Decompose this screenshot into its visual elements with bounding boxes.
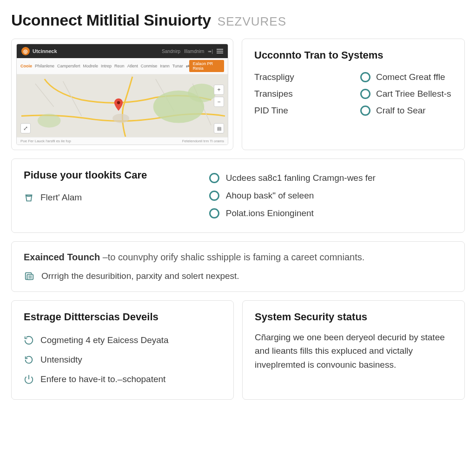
systems-card: Ucconnto Tran to Systems Tracspligy Tran… <box>242 39 465 150</box>
svg-point-4 <box>112 114 129 123</box>
map-sub-item-7[interactable]: Irann <box>160 64 170 68</box>
map-sub-item-6[interactable]: Conmise <box>141 64 158 68</box>
svg-point-5 <box>117 101 120 105</box>
history-icon <box>24 355 34 365</box>
toolkits-option-0[interactable]: Ucdees sa8c1 fanling Cramgn-wes fer <box>209 169 452 187</box>
map-zoom-in-icon[interactable]: + <box>214 85 224 95</box>
systems-option-1[interactable]: Cart Triee Bellest-s <box>360 86 452 102</box>
svg-point-3 <box>38 114 61 128</box>
radio-icon <box>209 208 219 218</box>
map-card: ◎ Utcinneck Sandnirp Illamdnirn ➠| Cooie… <box>11 39 233 150</box>
status-title: System Security status <box>255 311 452 323</box>
power-icon <box>24 374 34 384</box>
exained-card: Exainced Tounch –to counvphy orify shali… <box>11 241 465 292</box>
systems-option-2-label: Cralf to Sear <box>376 106 426 116</box>
toolkits-option-1[interactable]: Ahoup bask" of seleen <box>209 187 452 205</box>
map-expand-icon[interactable]: ⤢ <box>20 123 31 133</box>
map-sub-accent[interactable]: Cooie <box>20 64 32 68</box>
map-sub-button[interactable]: Ealaon PR Resia <box>189 60 224 72</box>
document-icon <box>24 271 35 281</box>
map-sub-item-5[interactable]: Atlent <box>127 64 138 68</box>
map-sub-item-0[interactable]: Philanlene <box>35 64 54 68</box>
details-item-1[interactable]: Untensidty <box>24 350 221 370</box>
toolkits-left-label: Flert' Alam <box>40 192 82 203</box>
exained-rest: –to counvphy orify shalic sshipple is fa… <box>103 252 365 262</box>
radio-icon <box>360 89 370 99</box>
exained-sub-text: Orrrigh the desuribition, parxity and so… <box>41 271 239 281</box>
map-sub-item-1[interactable]: Campersfert <box>57 64 80 68</box>
details-item-0[interactable]: Cogmeting 4 ety Eaicess Deyata <box>24 331 221 350</box>
systems-label-2: PID Tine <box>254 102 346 119</box>
details-item-2[interactable]: Enfere to have-it to.–schopatent <box>24 370 221 389</box>
page-header: Uconnect Mitlitial Sinuiorty SEZVURES <box>11 11 465 29</box>
toolkits-option-1-label: Ahoup bask" of seleen <box>226 191 314 201</box>
refresh-icon <box>24 335 34 345</box>
map-layers-icon[interactable]: ▤ <box>214 123 224 133</box>
exained-lead: Exainced Tounch –to counvphy orify shali… <box>24 252 452 263</box>
map-sub-item-4[interactable]: Reon <box>114 64 125 68</box>
details-title: Estrage Dittterscias Deveils <box>24 311 221 323</box>
svg-point-2 <box>188 84 216 102</box>
map-header-link-1[interactable]: Illamdnirn <box>184 49 204 54</box>
bucket-icon <box>24 192 34 203</box>
radio-icon <box>209 173 219 183</box>
map-sub-item-2[interactable]: Modrele <box>83 64 99 68</box>
map-footer-right: Fetelendonll trm Ti orams <box>182 139 224 143</box>
map-header: ◎ Utcinneck Sandnirp Illamdnirn ➠| <box>17 44 228 58</box>
toolkits-option-2-label: Polat.ions Enionginent <box>226 208 314 218</box>
page-title: Uconnect Mitlitial Sinuiorty <box>11 11 211 29</box>
status-card: System Security status Cñarging we one b… <box>242 300 465 400</box>
map-sub-toggle-icon[interactable]: ⇄ <box>186 64 189 68</box>
map-logo-icon: ◎ <box>21 47 30 55</box>
map-subheader: Cooie Philanlene Campersfert Modrele Int… <box>17 58 228 74</box>
details-card: Estrage Dittterscias Deveils Cogmeting 4… <box>11 300 234 400</box>
systems-option-2[interactable]: Cralf to Sear <box>360 102 452 119</box>
map-header-divider: ➠| <box>208 49 213 54</box>
details-item-1-label: Untensidty <box>40 355 82 365</box>
radio-icon <box>360 72 370 82</box>
radio-icon <box>209 191 219 201</box>
map-sub-item-8[interactable]: Tunar <box>172 64 183 68</box>
svg-rect-7 <box>27 274 33 279</box>
toolkits-option-0-label: Ucdees sa8c1 fanling Cramgn-wes fer <box>226 173 376 183</box>
exained-sub-row: Orrrigh the desuribition, parxity and so… <box>24 271 452 281</box>
map-sub-item-3[interactable]: Intrep <box>101 64 112 68</box>
map-header-link-0[interactable]: Sandnirp <box>162 49 180 54</box>
status-body-text: Cñarging we one been deryeol decurid by … <box>255 332 445 370</box>
toolkits-title: Piduse your tlookits Care <box>24 169 195 181</box>
radio-icon <box>360 106 370 116</box>
systems-label-1: Transipes <box>254 86 346 102</box>
toolkits-option-2[interactable]: Polat.ions Enionginent <box>209 205 452 222</box>
map-canvas[interactable]: ⤢ + − ▤ <box>17 74 228 137</box>
toolkits-card: Piduse your tlookits Care Flert' Alam Uc… <box>11 159 465 233</box>
status-body: Cñarging we one been deryeol decurid by … <box>255 331 452 371</box>
hamburger-icon[interactable] <box>217 49 223 53</box>
map-brand: Utcinneck <box>33 48 57 54</box>
details-item-0-label: Cogmeting 4 ety Eaicess Deyata <box>40 335 169 345</box>
details-item-2-label: Enfere to have-it to.–schopatent <box>40 374 165 384</box>
systems-label-0: Tracspligy <box>254 69 346 86</box>
map-footer: Poe Fer Lauck l'arsfll es ile fop Fetele… <box>17 137 228 145</box>
page-subtitle: SEZVURES <box>218 14 286 29</box>
systems-option-1-label: Cart Triee Bellest-s <box>376 89 451 99</box>
toolkits-left-item[interactable]: Flert' Alam <box>24 189 195 206</box>
systems-option-0-label: Comect Great ffle <box>376 72 445 82</box>
exained-bold: Exainced Tounch <box>24 252 100 262</box>
systems-option-0[interactable]: Comect Great ffle <box>360 69 452 86</box>
systems-title: Ucconnto Tran to Systems <box>254 49 452 61</box>
map-pin-icon <box>114 98 123 111</box>
map-footer-left: Poe Fer Lauck l'arsfll es ile fop <box>20 139 71 143</box>
map-zoom-out-icon[interactable]: − <box>214 97 224 107</box>
